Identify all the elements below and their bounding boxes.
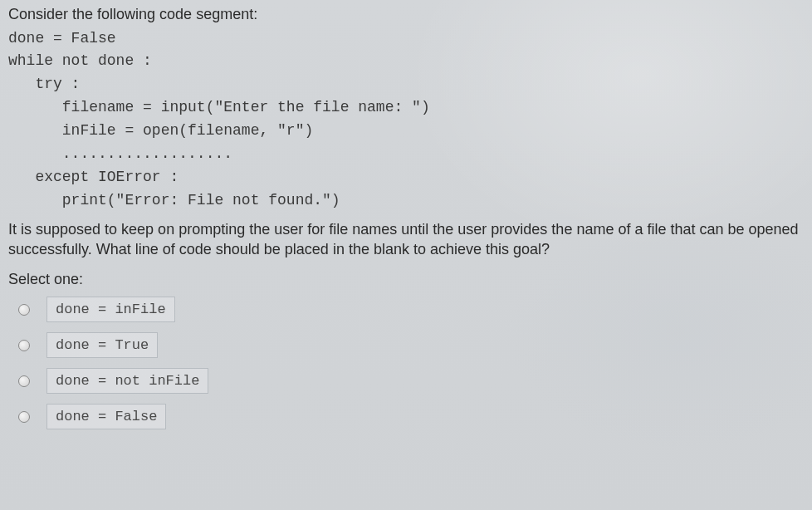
code-segment: done = False while not done : try : file… [8, 27, 804, 213]
radio-icon[interactable] [18, 340, 30, 351]
option-text: done = False [46, 404, 166, 429]
option-row[interactable]: done = not inFile [18, 368, 804, 394]
option-text: done = inFile [46, 297, 175, 322]
select-one-label: Select one: [8, 271, 804, 288]
question-intro: Consider the following code segment: [8, 5, 804, 24]
radio-icon[interactable] [18, 304, 30, 316]
option-row[interactable]: done = inFile [18, 297, 804, 322]
radio-icon[interactable] [18, 375, 30, 387]
option-row[interactable]: done = False [18, 404, 804, 429]
options-group: done = inFile done = True done = not inF… [18, 297, 804, 429]
option-text: done = not inFile [46, 368, 208, 394]
question-followup: It is supposed to keep on prompting the … [8, 219, 804, 260]
radio-icon[interactable] [18, 411, 30, 423]
option-row[interactable]: done = True [18, 332, 804, 358]
option-text: done = True [46, 332, 158, 358]
